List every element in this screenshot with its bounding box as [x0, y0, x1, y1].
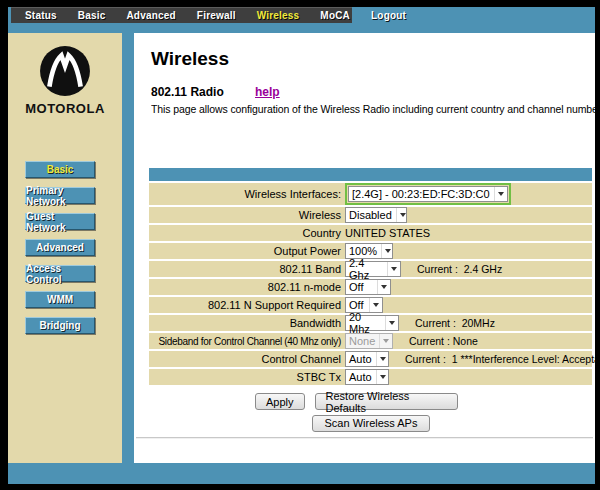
sideband-value: None	[349, 335, 375, 347]
n-mode-label: 802.11 n-mode	[149, 281, 345, 293]
wireless-select[interactable]: Disabled	[345, 207, 407, 223]
bandwidth-select[interactable]: 20 Mhz	[345, 315, 399, 331]
wireless-label: Wireless	[149, 209, 345, 221]
sideband-select: None	[345, 333, 393, 349]
router-admin-page: Status Basic Advanced Firewall Wireless …	[0, 0, 600, 490]
row-band: 802.11 Band 2.4 Ghz Current : 2.4 GHz	[149, 261, 592, 277]
sidebar-menu: Basic Primary Network Guest Network Adva…	[8, 161, 122, 334]
chevron-down-icon	[379, 334, 392, 348]
button-row-2: Scan Wireless APs	[312, 413, 592, 432]
sidebar-item-advanced[interactable]: Advanced	[25, 239, 95, 256]
section-header: 802.11 Radiohelp	[151, 85, 595, 99]
band-label: 802.11 Band	[149, 263, 345, 275]
row-n-mode: 802.11 n-mode Off	[149, 279, 592, 295]
nav-item-firewall[interactable]: Firewall	[197, 10, 236, 21]
sidebar-item-primary-network[interactable]: Primary Network	[25, 187, 95, 204]
nav-item-logout[interactable]: Logout	[371, 10, 406, 21]
sidebar-item-access-control[interactable]: Access Control	[25, 265, 95, 282]
control-channel-select[interactable]: Auto	[345, 351, 389, 367]
chevron-down-icon	[387, 262, 400, 276]
nav-item-advanced[interactable]: Advanced	[126, 10, 175, 21]
page-title: Wireless	[151, 48, 595, 70]
wireless-interfaces-select[interactable]: [2.4G] - 00:23:ED:FC:3D:C0	[348, 186, 508, 202]
sidebar-item-wmm[interactable]: WMM	[25, 291, 95, 308]
row-country: Country UNITED STATES	[149, 225, 592, 241]
page-description: This page allows configuration of the Wi…	[151, 103, 595, 115]
row-stbc-tx: STBC Tx Auto	[149, 369, 592, 385]
control-channel-label: Control Channel	[149, 353, 345, 365]
sideband-current-text: Current : None	[409, 335, 478, 347]
n-mode-select[interactable]: Off	[345, 279, 391, 295]
country-value: UNITED STATES	[345, 227, 430, 239]
chevron-down-icon	[381, 244, 394, 258]
top-nav-bar: Status Basic Advanced Firewall Wireless …	[11, 7, 352, 23]
row-wireless: Wireless Disabled	[149, 207, 592, 223]
stbc-tx-value: Auto	[349, 371, 372, 383]
row-control-channel: Control Channel Auto Current : 1 ***Inte…	[149, 351, 592, 367]
nav-item-wireless[interactable]: Wireless	[257, 10, 300, 21]
band-value: 2.4 Ghz	[349, 257, 383, 281]
motorola-logo-icon	[39, 45, 91, 97]
section-title: 802.11 Radio	[151, 85, 255, 99]
restore-wireless-defaults-button[interactable]: Restore Wireless Defaults	[315, 393, 458, 410]
page-background: Status Basic Advanced Firewall Wireless …	[8, 7, 595, 484]
wireless-interfaces-value: [2.4G] - 00:23:ED:FC:3D:C0	[352, 188, 490, 200]
sidebar: MOTOROLA Basic Primary Network Guest Net…	[8, 33, 122, 463]
chevron-down-icon	[494, 187, 507, 201]
wireless-interfaces-label: Wireless Interfaces:	[149, 188, 345, 200]
sideband-label: Sideband for Control Channel (40 Mhz onl…	[149, 336, 345, 347]
stbc-tx-select[interactable]: Auto	[345, 369, 389, 385]
nav-item-moca[interactable]: MoCA	[320, 10, 350, 21]
scan-wireless-aps-button[interactable]: Scan Wireless APs	[312, 415, 430, 432]
button-row: Apply Restore Wireless Defaults	[255, 393, 592, 410]
country-label: Country	[149, 227, 345, 239]
motorola-wordmark: MOTOROLA	[8, 101, 122, 116]
apply-button[interactable]: Apply	[255, 393, 305, 410]
chevron-down-icon	[396, 208, 409, 222]
stbc-tx-label: STBC Tx	[149, 371, 345, 383]
nav-item-basic[interactable]: Basic	[78, 10, 106, 21]
row-bandwidth: Bandwidth 20 Mhz Current : 20MHz	[149, 315, 592, 331]
n-support-label: 802.11 N Support Required	[149, 299, 345, 311]
row-wireless-interfaces: Wireless Interfaces: [2.4G] - 00:23:ED:F…	[149, 183, 592, 205]
main-content: Wireless 802.11 Radiohelp This page allo…	[134, 33, 595, 463]
chevron-down-icon	[385, 316, 398, 330]
output-power-label: Output Power	[149, 245, 345, 257]
wireless-settings-table: Wireless Interfaces: [2.4G] - 00:23:ED:F…	[149, 168, 592, 432]
n-mode-value: Off	[349, 281, 373, 293]
sidebar-item-bridging[interactable]: Bridging	[25, 317, 95, 334]
highlight-box: [2.4G] - 00:23:ED:FC:3D:C0	[345, 183, 511, 205]
chevron-down-icon	[377, 280, 390, 294]
control-channel-current-text: Current : 1 ***Interference Level: Accep…	[405, 353, 595, 365]
control-channel-value: Auto	[349, 353, 372, 365]
chevron-down-icon	[369, 298, 382, 312]
row-sideband: Sideband for Control Channel (40 Mhz onl…	[149, 333, 592, 349]
table-header-bar	[149, 168, 592, 181]
bandwidth-value: 20 Mhz	[349, 311, 381, 335]
nav-item-status[interactable]: Status	[25, 10, 57, 21]
band-current-text: Current : 2.4 GHz	[417, 263, 502, 275]
band-select[interactable]: 2.4 Ghz	[345, 261, 401, 277]
sidebar-item-guest-network[interactable]: Guest Network	[25, 213, 95, 230]
chevron-down-icon	[376, 370, 389, 384]
n-support-value: Off	[349, 299, 365, 311]
chevron-down-icon	[376, 352, 389, 366]
content-bottom-divider	[136, 437, 593, 439]
bandwidth-label: Bandwidth	[149, 317, 345, 329]
wireless-value: Disabled	[349, 209, 392, 221]
sidebar-item-basic[interactable]: Basic	[25, 161, 95, 178]
bandwidth-current-text: Current : 20MHz	[415, 317, 495, 329]
output-power-value: 100%	[349, 245, 377, 257]
help-link[interactable]: help	[255, 85, 280, 99]
